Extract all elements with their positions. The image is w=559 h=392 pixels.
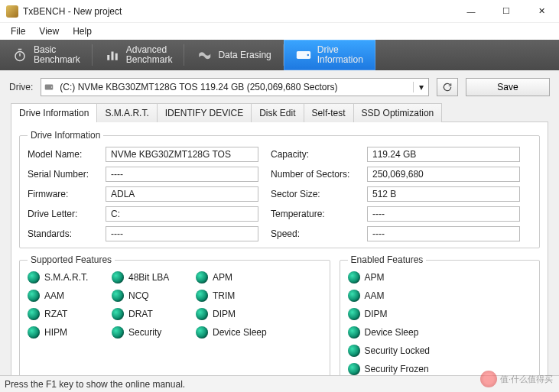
feature-item: Device Sleep: [348, 326, 463, 339]
status-dot-icon: [112, 326, 124, 339]
status-dot-icon: [196, 308, 208, 320]
feature-item: DRAT: [112, 308, 194, 320]
legend: Supported Features: [28, 254, 115, 265]
refresh-button[interactable]: [437, 78, 458, 96]
value-serial: ----: [106, 167, 258, 182]
svg-point-5: [307, 54, 309, 57]
value-temperature: ----: [367, 206, 520, 222]
panel: Drive Information Model Name: NVMe KBG30…: [11, 121, 548, 392]
feature-label: S.M.A.R.T.: [44, 272, 88, 283]
drive-selector-bar: Drive: (C:) NVMe KBG30ZMT128G TOS 119.24…: [0, 70, 559, 102]
svg-rect-1: [107, 55, 109, 60]
tab-identify[interactable]: IDENTIFY DEVICE: [157, 103, 252, 122]
menu-view[interactable]: View: [33, 24, 65, 38]
menubar: File View Help: [0, 23, 559, 40]
stopwatch-icon: [12, 47, 28, 63]
value-capacity: 119.24 GB: [367, 147, 520, 162]
chevron-down-icon: ▾: [413, 82, 428, 92]
label-standards: Standards:: [28, 228, 93, 239]
tab-ssdopt[interactable]: SSD Optimization: [353, 103, 443, 122]
inner-tabs: Drive Information S.M.A.R.T. IDENTIFY DE…: [11, 102, 548, 121]
feature-item: Security Locked: [348, 345, 463, 357]
workspace: Drive Information S.M.A.R.T. IDENTIFY DE…: [0, 102, 559, 392]
feature-item: APM: [196, 271, 278, 283]
label-capacity: Capacity:: [271, 149, 355, 160]
svg-rect-3: [115, 53, 117, 60]
status-dot-icon: [28, 290, 40, 302]
tab-label: Basic Benchmark: [34, 45, 80, 65]
menu-help[interactable]: Help: [67, 24, 98, 38]
tab-drive-information[interactable]: Drive Information: [284, 40, 375, 70]
minimize-button[interactable]: —: [453, 0, 489, 22]
label-model: Model Name:: [28, 149, 93, 160]
status-dot-icon: [196, 271, 208, 283]
status-dot-icon: [28, 271, 40, 283]
app-icon: [6, 5, 18, 18]
feature-item: HIPM: [28, 326, 110, 339]
titlebar: TxBENCH - New project — ☐ ✕: [0, 0, 559, 23]
feature-label: TRIM: [213, 290, 235, 301]
tab-drive-info[interactable]: Drive Information: [11, 103, 97, 122]
fieldset-supported-features: Supported Features S.M.A.R.T.48Bit LBAAP…: [19, 254, 330, 382]
feature-item: RZAT: [28, 308, 110, 320]
status-dot-icon: [348, 363, 360, 375]
feature-label: APM: [365, 272, 385, 283]
status-text: Press the F1 key to show the online manu…: [5, 379, 185, 390]
tab-data-erasing[interactable]: Data Erasing: [184, 40, 283, 70]
status-bar: Press the F1 key to show the online manu…: [0, 375, 559, 392]
feature-label: HIPM: [44, 327, 67, 338]
maximize-button[interactable]: ☐: [489, 0, 524, 22]
watermark-text: 值·什么值得买: [500, 374, 553, 385]
label-firmware: Firmware:: [28, 189, 93, 199]
label-temperature: Temperature:: [271, 209, 355, 219]
drive-select[interactable]: (C:) NVMe KBG30ZMT128G TOS 119.24 GB (25…: [41, 78, 429, 96]
tab-advanced-benchmark[interactable]: Advanced Benchmark: [93, 40, 185, 70]
tab-label: Drive Information: [317, 45, 363, 65]
status-dot-icon: [348, 290, 360, 302]
status-dot-icon: [348, 271, 360, 283]
tab-diskedit[interactable]: Disk Edit: [251, 103, 304, 122]
status-dot-icon: [112, 308, 124, 320]
value-speed: ----: [367, 226, 520, 241]
status-dot-icon: [112, 271, 124, 283]
feature-item: TRIM: [196, 290, 278, 302]
status-dot-icon: [112, 290, 124, 302]
feature-label: Security Frozen: [365, 364, 429, 374]
feature-label: Security: [128, 327, 161, 338]
feature-item: AAM: [348, 290, 463, 302]
status-dot-icon: [28, 308, 40, 320]
barchart-icon: [105, 47, 120, 63]
status-dot-icon: [348, 326, 360, 339]
fieldset-enabled-features: Enabled Features APMAAMDIPMDevice SleepS…: [340, 254, 540, 382]
save-button[interactable]: Save: [466, 78, 550, 96]
tab-basic-benchmark[interactable]: Basic Benchmark: [0, 40, 93, 70]
feature-label: DRAT: [128, 309, 153, 319]
tab-label: Data Erasing: [218, 50, 271, 60]
tab-selftest[interactable]: Self-test: [304, 103, 354, 122]
feature-label: AAM: [44, 290, 64, 301]
value-sectors: 250,069,680: [367, 167, 520, 182]
refresh-icon: [442, 82, 453, 92]
label-speed: Speed:: [271, 228, 355, 239]
value-letter: C:: [106, 206, 258, 222]
legend: Drive Information: [28, 130, 103, 141]
status-dot-icon: [28, 326, 40, 339]
menu-file[interactable]: File: [5, 24, 31, 38]
feature-item: 48Bit LBA: [112, 271, 194, 283]
close-button[interactable]: ✕: [524, 0, 559, 22]
tab-smart[interactable]: S.M.A.R.T.: [96, 103, 157, 122]
value-sectorsize: 512 B: [367, 186, 520, 202]
watermark-logo-icon: [480, 371, 497, 387]
drive-label: Drive:: [9, 82, 33, 92]
window-title: TxBENCH - New project: [23, 6, 453, 17]
feature-item: Security: [112, 326, 194, 339]
feature-item: DIPM: [196, 308, 278, 320]
feature-label: Security Locked: [365, 345, 430, 356]
toolbar: Basic Benchmark Advanced Benchmark Data …: [0, 40, 559, 70]
label-sectorsize: Sector Size:: [271, 189, 355, 199]
watermark: 值·什么值得买: [480, 371, 553, 387]
drive-icon: [296, 47, 311, 63]
legend: Enabled Features: [348, 254, 427, 265]
label-letter: Drive Letter:: [28, 209, 93, 219]
feature-label: 48Bit LBA: [128, 272, 169, 283]
